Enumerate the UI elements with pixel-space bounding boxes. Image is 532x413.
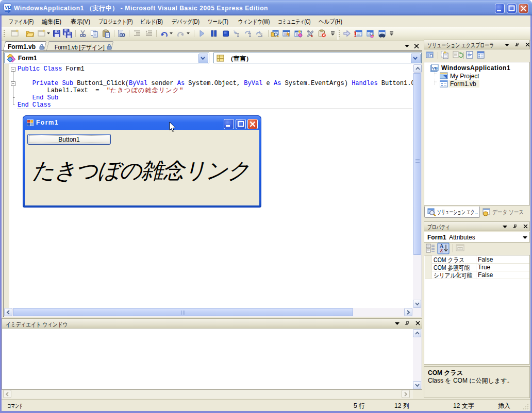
svg-text:VB: VB	[432, 66, 438, 71]
svg-text:VB: VB	[5, 5, 11, 10]
svg-text:Z: Z	[440, 248, 443, 253]
